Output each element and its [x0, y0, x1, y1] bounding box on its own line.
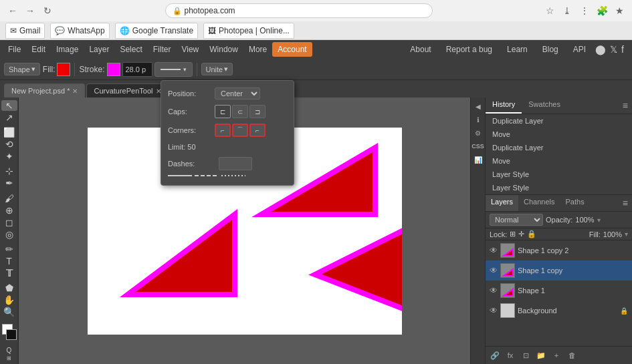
menu-file[interactable]: File [3, 42, 26, 57]
reddit-icon[interactable]: ⬤ [595, 44, 606, 55]
tool-direct-select[interactable]: ↗ [1, 112, 17, 123]
visibility-icon-shape1[interactable]: 👁 [490, 286, 498, 295]
info-css-btn[interactable]: CSS [472, 140, 484, 152]
blend-mode-select[interactable]: Normal Multiply Screen [490, 214, 543, 226]
menu-filter[interactable]: Filter [148, 42, 177, 57]
stroke-size-input[interactable] [122, 62, 152, 77]
tab-history[interactable]: History [486, 98, 522, 114]
cap-butt[interactable]: ⊏ [215, 105, 231, 118]
delete-layer-btn[interactable]: 🗑 [565, 349, 578, 362]
menu-edit[interactable]: Edit [26, 42, 51, 57]
info-history-btn[interactable]: 📊 [472, 154, 484, 166]
history-menu-btn[interactable]: ≡ [619, 98, 632, 114]
tool-zoom[interactable]: 🔍 [1, 307, 17, 317]
triangle-1[interactable] [128, 214, 235, 295]
fill-arrow[interactable]: ▾ [625, 230, 628, 238]
menu-account[interactable]: Account [272, 42, 312, 57]
extensions-btn[interactable]: 🧩 [595, 3, 609, 18]
layer-item-shape1[interactable]: 👁 Shape 1 [486, 281, 632, 301]
tool-blur[interactable]: ◎ [1, 229, 17, 240]
corner-round[interactable]: ⌒ [232, 124, 248, 137]
tool-tab[interactable]: CurvaturePenTool ✕ [86, 83, 168, 98]
download-btn[interactable]: ⤓ [560, 3, 574, 18]
tool-pen[interactable]: ✏ [1, 244, 17, 254]
star-btn[interactable]: ★ [612, 3, 627, 18]
link-layers-btn[interactable]: 🔗 [488, 349, 502, 362]
fill-swatch[interactable] [57, 63, 70, 76]
shape-dropdown[interactable]: Shape ▾ [4, 63, 40, 75]
bookmark-btn[interactable]: ☆ [542, 3, 557, 18]
stroke-swatch[interactable] [107, 63, 120, 76]
tool-brush[interactable]: 🖌 [1, 193, 17, 204]
tab-paths[interactable]: Paths [560, 195, 590, 211]
layers-menu-btn[interactable]: ≡ [619, 195, 632, 211]
visibility-icon-bg[interactable]: 👁 [490, 306, 498, 315]
tool-mode-icons[interactable]: ⊞ [1, 355, 17, 361]
visibility-icon-copy[interactable]: 👁 [490, 266, 498, 275]
tool-stamp[interactable]: ⊕ [1, 205, 17, 216]
layer-item-bg[interactable]: 👁 Background 🔒 [486, 301, 632, 321]
translate-tab[interactable]: 🌐 Google Translate [115, 23, 198, 39]
tool-magic-wand[interactable]: ✦ [1, 151, 17, 162]
history-item-5[interactable]: Layer Style [486, 168, 632, 181]
new-layer-btn[interactable]: + [550, 349, 563, 362]
back-btn[interactable]: ← [5, 3, 20, 18]
tool-arrow[interactable]: ↖ [1, 100, 17, 111]
menu-more[interactable]: More [243, 42, 272, 57]
tool-hand[interactable]: ✋ [1, 295, 17, 305]
menu-layer[interactable]: Layer [84, 42, 114, 57]
refresh-btn[interactable]: ↻ [40, 3, 55, 18]
info-collapse-btn[interactable]: ◀ [472, 100, 484, 112]
add-mask-btn[interactable]: ⊡ [519, 349, 532, 362]
opacity-arrow[interactable]: ▾ [597, 216, 601, 224]
facebook-icon[interactable]: f [621, 44, 624, 55]
tool-eraser[interactable]: ◻ [1, 217, 17, 228]
dashes-input[interactable] [219, 157, 252, 170]
history-item-6[interactable]: Layer Style [486, 181, 632, 194]
tab-layers[interactable]: Layers [486, 195, 518, 211]
menu-about[interactable]: About [405, 42, 436, 57]
twitter-icon[interactable]: 𝕏 [610, 44, 617, 55]
corner-bevel[interactable]: ⌐ [249, 124, 266, 137]
menu-image[interactable]: Image [51, 42, 84, 57]
menu-select[interactable]: Select [114, 42, 147, 57]
history-item-2[interactable]: Move [486, 128, 632, 141]
dash-dashed[interactable] [195, 173, 219, 178]
add-style-btn[interactable]: fx [504, 349, 517, 362]
tool-text[interactable]: T [1, 256, 17, 266]
layer-item-shape-copy[interactable]: 👁 Shape 1 copy [486, 260, 632, 281]
lock-pos-btn[interactable]: ✛ [518, 230, 524, 238]
position-select[interactable]: Center Inside Outside [215, 87, 260, 100]
tool-rect-select[interactable]: ⬜ [1, 127, 17, 138]
doc-tab[interactable]: New Project.psd * ✕ [4, 83, 85, 98]
tab-swatches[interactable]: Swatches [522, 98, 567, 114]
cap-round[interactable]: ⊂ [232, 105, 248, 118]
visibility-icon-copy2[interactable]: 👁 [490, 246, 498, 255]
new-group-btn[interactable]: 📁 [534, 349, 548, 362]
unite-dropdown[interactable]: Unite ▾ [201, 63, 233, 75]
layer-item-shape-copy2[interactable]: 👁 Shape 1 copy 2 [486, 240, 632, 260]
lock-all-btn[interactable]: 🔒 [527, 230, 536, 238]
menu-view[interactable]: View [176, 42, 204, 57]
tab-close-btn[interactable]: ✕ [72, 87, 78, 95]
address-bar[interactable]: 🔒 photopea.com [165, 3, 433, 18]
tool-crop[interactable]: ⊹ [1, 166, 17, 176]
lock-pixel-btn[interactable]: ⊞ [510, 230, 516, 238]
triangle-3[interactable] [315, 214, 402, 321]
history-item-1[interactable]: Duplicate Layer [486, 114, 632, 128]
dash-dotted[interactable] [221, 173, 245, 178]
menu-blog[interactable]: Blog [537, 42, 564, 57]
cap-square[interactable]: ⊐ [249, 105, 266, 118]
tool-lasso[interactable]: ⟲ [1, 139, 17, 150]
menu-learn[interactable]: Learn [502, 42, 533, 57]
tool-shape[interactable]: ⬟ [1, 283, 17, 293]
tab-channels[interactable]: Channels [518, 195, 560, 211]
photopea-tab[interactable]: 🖼 Photopea | Online... [203, 23, 294, 39]
whatsapp-tab[interactable]: 💬 WhatsApp [50, 23, 109, 39]
info-settings-btn[interactable]: ⚙ [472, 127, 484, 139]
info-props-btn[interactable]: ℹ [472, 114, 484, 126]
tool-text-vert[interactable]: 𝕋 [1, 268, 17, 279]
gmail-tab[interactable]: ✉ Gmail [5, 23, 45, 39]
more-btn[interactable]: ⋮ [577, 3, 592, 18]
menu-report[interactable]: Report a bug [441, 42, 498, 57]
